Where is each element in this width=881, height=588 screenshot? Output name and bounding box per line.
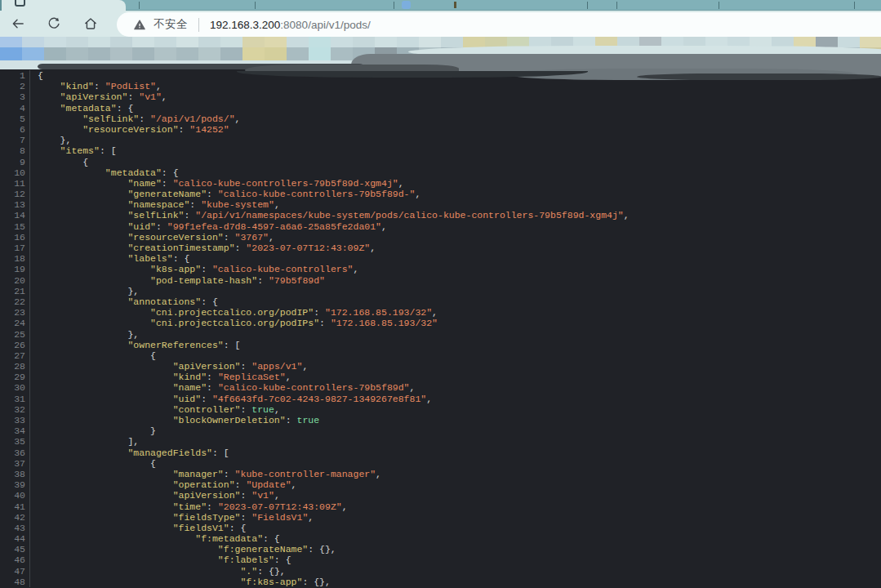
blur-block: [287, 47, 309, 60]
line-number: 10: [0, 167, 30, 178]
code-line: 13 "namespace": "kube-system",: [0, 199, 881, 210]
code-line: 38 "manager": "kube-controller-manager",: [0, 469, 881, 479]
line-number: 13: [0, 199, 30, 210]
code-line: 33 "blockOwnerDeletion": true: [0, 415, 881, 425]
background-tab-favicon-icon[interactable]: [402, 1, 411, 9]
blur-block: [331, 37, 353, 47]
not-secure-warning-icon: [133, 19, 146, 31]
blur-block: [110, 47, 132, 60]
line-number: 8: [0, 145, 30, 156]
blur-block: [154, 37, 176, 47]
line-number: 11: [0, 178, 30, 189]
code-line: 24 "cni.projectcalico.org/podIPs": "172.…: [0, 318, 881, 328]
url-host: 192.168.3.200: [210, 19, 280, 31]
url-path: :8080/api/v1/pods/: [280, 19, 370, 31]
line-number: 19: [0, 264, 30, 274]
blur-block: [220, 47, 242, 60]
line-number: 32: [0, 404, 30, 415]
home-button[interactable]: [82, 16, 99, 32]
blur-block: [353, 37, 375, 47]
blur-block: [242, 47, 265, 60]
code-line: 37 {: [0, 458, 881, 469]
blur-block: [198, 47, 220, 60]
security-status-label[interactable]: 不安全: [154, 17, 188, 32]
blur-block: [419, 37, 441, 47]
blur-block: [309, 37, 331, 47]
blur-block: [441, 37, 463, 47]
line-number: 35: [0, 436, 30, 447]
code-line: 44 "f:metadata": {: [0, 533, 881, 544]
code-line: 43 "fieldsV1": {: [0, 523, 881, 533]
code-line: 3 "apiVersion": "v1",: [0, 91, 881, 102]
blur-block: [198, 37, 220, 47]
line-number: 43: [0, 523, 30, 533]
window-edge: [0, 0, 2, 11]
background-tab-favicon-icon[interactable]: [454, 2, 456, 8]
line-number: 29: [0, 372, 30, 382]
blur-block: [132, 47, 154, 60]
blur-block: [132, 37, 154, 47]
code-line: 25 },: [0, 329, 881, 340]
active-tab[interactable]: [2, 0, 126, 11]
blur-block: [265, 47, 287, 60]
blur-block: [375, 37, 397, 47]
back-button[interactable]: [10, 16, 26, 32]
code-line: 18 "labels": {: [0, 253, 881, 264]
code-line: 41 "time": "2023-07-07T12:43:09Z",: [0, 501, 881, 512]
code-line: 10 "metadata": {: [0, 167, 881, 178]
code-line: 7 },: [0, 135, 881, 145]
blur-block: [88, 47, 110, 60]
address-bar[interactable]: 不安全 192.168.3.200:8080/api/v1/pods/: [117, 12, 881, 37]
line-number: 16: [0, 232, 30, 243]
browser-window: 不安全 192.168.3.200:8080/api/v1/pods/ 1{2 …: [0, 0, 881, 588]
line-number: 28: [0, 361, 30, 372]
code-line: 23 "cni.projectcalico.org/podIP": "172.1…: [0, 307, 881, 318]
line-number: 30: [0, 382, 30, 393]
line-number: 39: [0, 479, 30, 490]
line-number: 5: [0, 114, 30, 124]
code-line: 20 "pod-template-hash": "79b5f89d": [0, 275, 881, 286]
browser-toolbar: 不安全 192.168.3.200:8080/api/v1/pods/: [0, 11, 881, 37]
blur-block: [463, 37, 485, 47]
blur-block: [22, 37, 44, 47]
line-number: 4: [0, 103, 30, 114]
tab-separator: [616, 2, 617, 9]
blur-block: [860, 37, 881, 47]
blur-block: [0, 37, 22, 47]
refresh-button[interactable]: [46, 16, 62, 32]
blur-block: [309, 47, 331, 60]
line-number: 21: [0, 286, 30, 296]
blur-block: [220, 37, 242, 47]
address-bar-divider: [198, 18, 199, 32]
code-line: 22 "annotations": {: [0, 296, 881, 307]
active-tab-favicon-icon: [15, 0, 25, 7]
blur-block: [242, 37, 265, 47]
line-number: 18: [0, 253, 30, 264]
line-number: 20: [0, 275, 30, 286]
tab-separator: [139, 2, 140, 9]
line-number: 40: [0, 490, 30, 501]
line-number: 27: [0, 350, 30, 361]
code-line: 12 "generateName": "calico-kube-controll…: [0, 189, 881, 199]
code-line: 39 "operation": "Update",: [0, 479, 881, 490]
code-line: 26 "ownerReferences": [: [0, 340, 881, 350]
code-line: 2 "kind": "PodList",: [0, 81, 881, 91]
code-line: 21 },: [0, 286, 881, 296]
code-line: 8 "items": [: [0, 145, 881, 156]
code-line: 45 "f:generateName": {},: [0, 544, 881, 555]
blur-block: [0, 47, 22, 60]
line-number: 6: [0, 124, 30, 135]
tab-separator: [255, 2, 256, 9]
url-text[interactable]: 192.168.3.200:8080/api/v1/pods/: [210, 19, 371, 31]
line-number: 41: [0, 501, 30, 512]
blur-block: [66, 37, 88, 47]
code-line: 34 }: [0, 425, 881, 436]
code-line: 28 "apiVersion": "apps/v1",: [0, 361, 881, 372]
line-number: 46: [0, 555, 30, 565]
code-line: 19 "k8s-app": "calico-kube-controllers",: [0, 264, 881, 274]
code-line: 46 "f:labels": {: [0, 555, 881, 565]
tab-separator: [394, 2, 394, 9]
tab-bar: [0, 0, 881, 11]
code-line: 36 "managedFields": [: [0, 448, 881, 458]
blur-block: [44, 37, 66, 47]
